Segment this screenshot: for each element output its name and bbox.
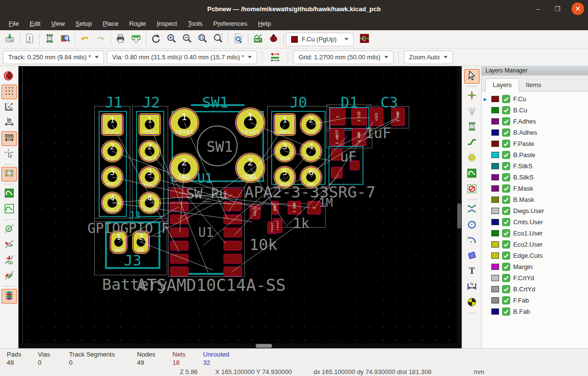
layer-color-swatch[interactable] bbox=[491, 107, 499, 113]
highlight-net-button[interactable] bbox=[464, 89, 480, 104]
polar-button[interactable]: rθ bbox=[1, 100, 17, 115]
layer-visibility-checkbox[interactable] bbox=[502, 117, 510, 125]
route-track-button[interactable] bbox=[464, 136, 480, 150]
layer-row-margin[interactable]: Margin bbox=[482, 261, 588, 272]
layer-color-swatch[interactable] bbox=[491, 230, 499, 236]
menu-setup[interactable]: Setup bbox=[70, 18, 97, 29]
refresh-button[interactable] bbox=[148, 32, 164, 47]
redo-button[interactable] bbox=[93, 32, 108, 47]
layer-row-f-fab[interactable]: F.Fab bbox=[482, 295, 588, 306]
layer-row-b-fab[interactable]: B.Fab bbox=[482, 306, 588, 317]
layer-visibility-checkbox[interactable] bbox=[502, 307, 510, 316]
layer-visibility-checkbox[interactable] bbox=[502, 218, 510, 226]
text-tool-button[interactable]: T bbox=[464, 265, 480, 279]
layer-stack-button[interactable] bbox=[1, 289, 17, 304]
layer-visibility-checkbox[interactable] bbox=[502, 240, 510, 249]
cursor-shape-button[interactable] bbox=[1, 147, 17, 161]
layer-row-b-cu[interactable]: B.Cu bbox=[482, 105, 588, 116]
layer-visibility-checkbox[interactable] bbox=[502, 229, 510, 237]
layer-visibility-checkbox[interactable] bbox=[502, 207, 510, 215]
layer-color-swatch[interactable] bbox=[491, 252, 499, 259]
zone-button[interactable] bbox=[464, 167, 480, 181]
layer-row-b-mask[interactable]: B.Mask bbox=[482, 194, 588, 205]
tab-items[interactable]: Items bbox=[519, 79, 548, 91]
local-ratsnest-button[interactable] bbox=[464, 105, 480, 119]
find-button[interactable] bbox=[230, 32, 246, 47]
layer-color-swatch[interactable] bbox=[491, 141, 499, 147]
print-button[interactable] bbox=[113, 32, 128, 47]
layer-row-eco2-user[interactable]: Eco2.User bbox=[482, 239, 588, 250]
menu-inspect[interactable]: Inspect bbox=[152, 18, 182, 29]
layer-badge-button[interactable] bbox=[357, 32, 372, 47]
units-in-button[interactable]: in bbox=[1, 116, 17, 130]
layer-color-swatch[interactable] bbox=[491, 275, 499, 281]
plot-button[interactable] bbox=[128, 32, 144, 47]
footprint-button[interactable] bbox=[464, 120, 480, 135]
circle-tool-button[interactable] bbox=[464, 218, 480, 233]
drc-button[interactable] bbox=[266, 32, 281, 47]
zone-outline-button[interactable] bbox=[1, 202, 17, 217]
menu-place[interactable]: Place bbox=[98, 18, 123, 29]
horizontal-scrollbar[interactable] bbox=[18, 343, 457, 348]
layer-color-swatch[interactable] bbox=[491, 241, 499, 248]
zone-fill-button[interactable] bbox=[1, 187, 17, 201]
layer-visibility-checkbox[interactable] bbox=[502, 184, 510, 193]
menu-tools[interactable]: Tools bbox=[183, 18, 207, 29]
netlist-button[interactable]: NET bbox=[250, 32, 266, 47]
keepout-button[interactable] bbox=[464, 182, 480, 197]
origin-target-button[interactable] bbox=[464, 296, 480, 310]
close-button[interactable]: ✕ bbox=[571, 2, 584, 15]
layer-visibility-checkbox[interactable] bbox=[502, 285, 510, 293]
layer-visibility-checkbox[interactable] bbox=[502, 140, 510, 148]
menu-file[interactable]: File bbox=[4, 18, 24, 29]
layer-visibility-checkbox[interactable] bbox=[502, 162, 510, 170]
layer-row-edge-cuts[interactable]: Edge.Cuts bbox=[482, 250, 588, 261]
layer-color-swatch[interactable] bbox=[491, 197, 499, 203]
grid-dropdown[interactable]: Grid: 1.2700 mm (50.00 mils) bbox=[293, 51, 393, 64]
layer-row-f-silks[interactable]: F.SilkS bbox=[482, 161, 588, 172]
drc-off-button[interactable] bbox=[1, 69, 17, 84]
layer-visibility-checkbox[interactable] bbox=[502, 274, 510, 282]
dimension-tool-button[interactable]: N bbox=[464, 280, 480, 295]
layer-row-b-paste[interactable]: B.Paste bbox=[482, 149, 588, 161]
layer-color-swatch[interactable] bbox=[491, 129, 499, 136]
ratsnest-button[interactable] bbox=[1, 167, 17, 181]
layer-visibility-checkbox[interactable] bbox=[502, 106, 510, 114]
via-size-dropdown[interactable]: Via: 0.80 mm (31.5 mils)/ 0.40 mm (15.7 … bbox=[107, 51, 257, 64]
grid-button[interactable] bbox=[1, 85, 17, 99]
high-contrast-button[interactable] bbox=[1, 269, 17, 284]
layer-color-swatch[interactable] bbox=[491, 208, 499, 214]
via-button[interactable] bbox=[464, 151, 480, 166]
units-mm-button[interactable]: mm bbox=[1, 131, 17, 146]
menu-view[interactable]: View bbox=[46, 18, 69, 29]
footprint-editor-button[interactable] bbox=[42, 32, 57, 47]
layer-row-f-mask[interactable]: F.Mask bbox=[482, 183, 588, 194]
save-button[interactable] bbox=[2, 32, 17, 47]
layer-color-swatch[interactable] bbox=[491, 286, 499, 292]
track-sketch-button[interactable] bbox=[1, 253, 17, 268]
zoom-in-button[interactable] bbox=[164, 32, 179, 47]
minimize-button[interactable]: – bbox=[533, 3, 543, 14]
layer-color-swatch[interactable] bbox=[491, 219, 499, 225]
pad-sketch-button[interactable] bbox=[1, 238, 17, 252]
undo-button[interactable] bbox=[77, 32, 93, 47]
layer-visibility-checkbox[interactable] bbox=[502, 263, 510, 271]
pcb-canvas[interactable]: 12 LED+3V32 GND1 +BATT2 GNDGND1 GND2rese… bbox=[18, 66, 457, 343]
layer-color-swatch[interactable] bbox=[491, 264, 499, 270]
layer-visibility-checkbox[interactable] bbox=[502, 173, 510, 181]
track-width-dropdown[interactable]: Track: 0.250 mm (9.84 mils) * bbox=[3, 51, 104, 64]
sheet-settings-button[interactable] bbox=[22, 32, 37, 47]
layer-row-f-crtyd[interactable]: F.CrtYd bbox=[482, 272, 588, 284]
layer-visibility-checkbox[interactable] bbox=[502, 251, 510, 260]
layer-color-swatch[interactable] bbox=[491, 174, 499, 180]
tab-layers[interactable]: Layers bbox=[485, 78, 519, 91]
menu-help[interactable]: Help bbox=[253, 18, 276, 29]
layer-color-swatch[interactable] bbox=[491, 185, 499, 192]
menu-edit[interactable]: Edit bbox=[25, 18, 45, 29]
via-sketch-button[interactable] bbox=[1, 222, 17, 237]
layer-row-dwgs-user[interactable]: Dwgs.User bbox=[482, 205, 588, 216]
restore-button[interactable]: ❐ bbox=[552, 3, 563, 14]
cursor-arrow-button[interactable] bbox=[464, 69, 480, 84]
layer-color-swatch[interactable] bbox=[491, 118, 499, 125]
scrollbar-handle[interactable] bbox=[256, 344, 272, 348]
